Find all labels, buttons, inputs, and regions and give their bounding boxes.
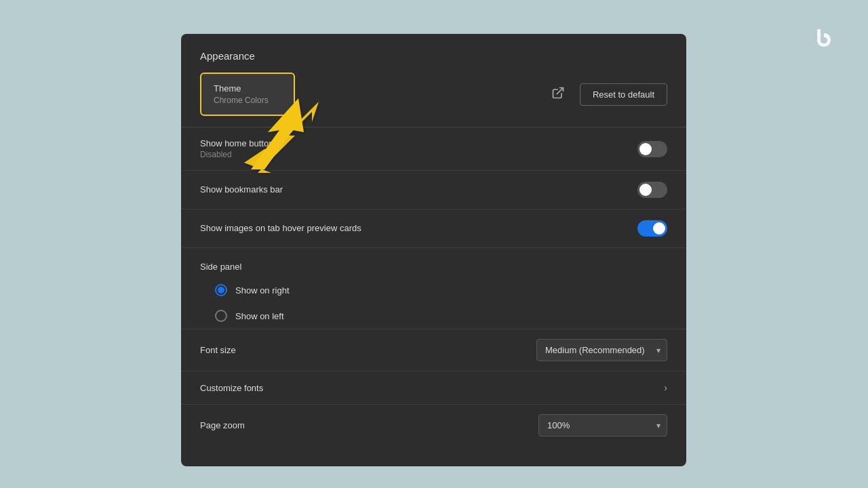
radio-label-show-right: Show on right: [235, 285, 290, 296]
page-zoom-row: Page zoom 25% 50% 75% 100% 125% 150% 200…: [181, 404, 686, 446]
chevron-right-icon: ›: [664, 382, 667, 393]
setting-row-bookmarks-bar: Show bookmarks bar: [181, 171, 686, 209]
font-size-select-wrapper: Very small Small Medium (Recommended) La…: [536, 339, 667, 361]
toggle-thumb-bookmarks-bar: [639, 184, 652, 196]
setting-label-bookmarks-bar: Show bookmarks bar: [200, 184, 637, 195]
svg-line-0: [557, 88, 563, 94]
toggle-thumb-tab-hover: [653, 222, 665, 235]
setting-label-tab-hover: Show images on tab hover preview cards: [200, 223, 637, 233]
font-size-row: Font size Very small Small Medium (Recom…: [181, 329, 686, 371]
theme-card-title: Theme: [214, 83, 281, 94]
side-panel-heading: Side panel: [181, 248, 686, 277]
radio-row-show-left[interactable]: Show on left: [181, 303, 686, 329]
radio-row-show-right[interactable]: Show on right: [181, 277, 686, 303]
setting-info-tab-hover: Show images on tab hover preview cards: [200, 223, 637, 235]
toggle-bookmarks-bar[interactable]: [637, 182, 667, 198]
customize-fonts-label: Customize fonts: [200, 383, 664, 393]
setting-info-bookmarks-bar: Show bookmarks bar: [200, 184, 637, 196]
reset-to-default-button[interactable]: Reset to default: [580, 83, 667, 106]
radio-label-show-left: Show on left: [235, 311, 284, 321]
theme-card[interactable]: Theme Chrome Colors: [200, 73, 295, 116]
setting-label-home-button: Show home button: [200, 138, 637, 148]
external-link-icon[interactable]: [547, 82, 569, 106]
page-wrapper: Appearance Theme Chrome Colors Reset to …: [0, 0, 868, 488]
page-zoom-label: Page zoom: [200, 420, 538, 430]
page-zoom-select[interactable]: 25% 50% 75% 100% 125% 150% 200%: [538, 414, 667, 436]
toggle-thumb-home-button: [639, 143, 652, 155]
toggle-home-button[interactable]: [637, 141, 667, 157]
setting-row-tab-hover: Show images on tab hover preview cards: [181, 209, 686, 248]
brand-logo: [807, 20, 841, 54]
theme-row: Theme Chrome Colors Reset to default: [181, 73, 686, 127]
theme-card-subtitle: Chrome Colors: [214, 96, 281, 105]
setting-row-home-button: Show home button Disabled: [181, 127, 686, 171]
radio-show-right[interactable]: [215, 284, 227, 296]
settings-panel: Appearance Theme Chrome Colors Reset to …: [181, 34, 686, 466]
page-zoom-select-wrapper: 25% 50% 75% 100% 125% 150% 200%: [538, 414, 667, 436]
setting-info-home-button: Show home button Disabled: [200, 138, 637, 159]
customize-fonts-row[interactable]: Customize fonts ›: [181, 371, 686, 404]
section-heading: Appearance: [181, 34, 686, 73]
font-size-select[interactable]: Very small Small Medium (Recommended) La…: [536, 339, 667, 361]
font-size-label: Font size: [200, 345, 536, 355]
radio-show-left[interactable]: [215, 310, 227, 322]
setting-sublabel-home-button: Disabled: [200, 150, 637, 159]
toggle-tab-hover[interactable]: [637, 220, 667, 237]
